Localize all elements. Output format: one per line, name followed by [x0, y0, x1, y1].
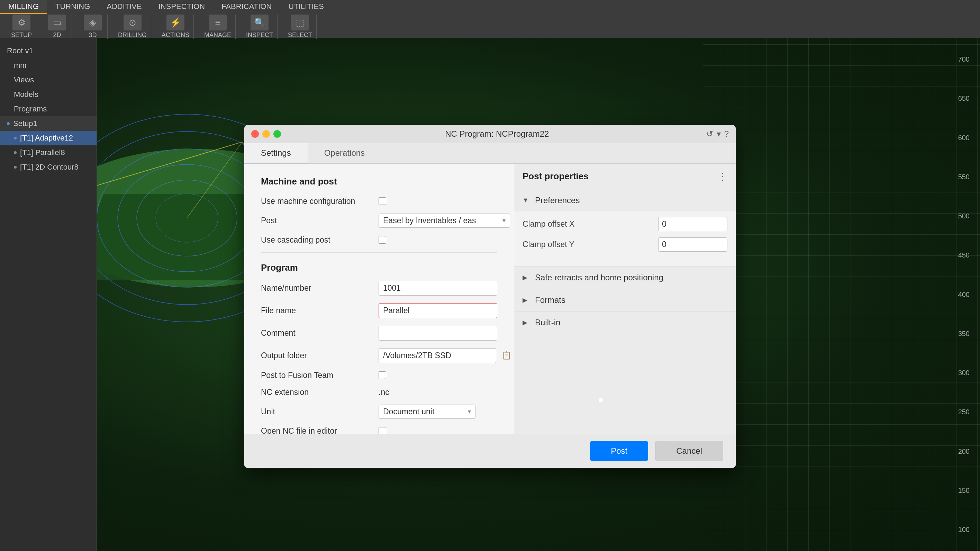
use-cascading-post-label: Use cascading post: [261, 235, 372, 245]
dialog-body: Machine and post Use machine configurati…: [244, 164, 736, 434]
output-folder-input[interactable]: [379, 348, 496, 363]
file-name-input[interactable]: [379, 303, 497, 318]
open-nc-label: Open NC file in editor: [261, 427, 372, 434]
name-number-row: Name/number: [261, 281, 497, 296]
use-machine-config-control: [379, 197, 497, 205]
safe-retracts-arrow-icon: ▶: [523, 274, 531, 281]
post-properties-more-button[interactable]: ⋮: [718, 170, 727, 182]
dialog-title: NC Program: NCProgram22: [288, 129, 706, 139]
clamp-offset-x-label: Clamp offset X: [523, 220, 653, 229]
post-button[interactable]: Post: [590, 441, 648, 461]
maximize-button[interactable]: [274, 130, 281, 138]
name-number-control: [379, 281, 497, 296]
post-to-fusion-team-checkbox[interactable]: [379, 371, 386, 379]
formats-accordion: ▶ Formats: [514, 289, 736, 312]
safe-retracts-accordion-header[interactable]: ▶ Safe retracts and home positioning: [514, 266, 736, 289]
unit-select[interactable]: Document unit ▾: [379, 404, 476, 419]
nc-extension-value: .nc: [379, 388, 389, 397]
open-nc-checkbox[interactable]: [379, 427, 386, 434]
unit-row: Unit Document unit ▾: [261, 404, 497, 419]
builtin-arrow-icon: ▶: [523, 319, 531, 326]
preferences-accordion-header[interactable]: ▼ Preferences: [514, 190, 736, 212]
output-folder-browse-icon[interactable]: 📋: [500, 349, 513, 362]
help-icon[interactable]: ?: [724, 129, 729, 139]
nc-extension-control: .nc: [379, 388, 497, 397]
builtin-accordion-header[interactable]: ▶ Built-in: [514, 312, 736, 334]
dialog-titlebar: NC Program: NCProgram22 ↺ ▾ ?: [244, 125, 736, 143]
clamp-offset-y-label: Clamp offset Y: [523, 240, 653, 249]
comment-row: Comment: [261, 326, 497, 341]
output-folder-control: 📋 📁: [379, 348, 514, 363]
divider-1: [261, 252, 497, 253]
refresh-icon[interactable]: ↺: [706, 129, 713, 139]
unit-select-value: Document unit: [383, 407, 434, 416]
use-machine-config-row: Use machine configuration: [261, 197, 497, 206]
builtin-accordion: ▶ Built-in: [514, 312, 736, 334]
preferences-accordion: ▼ Preferences Clamp offset X Clamp offse…: [514, 190, 736, 266]
machine-post-section-title: Machine and post: [261, 176, 497, 187]
cancel-button[interactable]: Cancel: [655, 441, 723, 461]
output-folder-row: Output folder 📋 📁: [261, 348, 497, 363]
dialog-left-panel: Machine and post Use machine configurati…: [244, 164, 514, 434]
comment-label: Comment: [261, 328, 372, 338]
comment-control: [379, 326, 497, 341]
post-to-fusion-team-label: Post to Fusion Team: [261, 371, 372, 380]
nc-extension-label: NC extension: [261, 388, 372, 397]
post-row: Post Easel by Inventables / eas ▾ ✏ 📁: [261, 213, 497, 228]
post-label: Post: [261, 216, 372, 225]
tab-settings[interactable]: Settings: [244, 143, 308, 163]
output-folder-label: Output folder: [261, 351, 372, 360]
open-nc-control: [379, 427, 497, 434]
clamp-offset-x-row: Clamp offset X: [523, 217, 727, 231]
window-controls: [251, 130, 281, 138]
preferences-label: Preferences: [535, 196, 580, 205]
tab-operations[interactable]: Operations: [308, 143, 381, 163]
use-cascading-post-control: [379, 236, 497, 244]
close-button[interactable]: [251, 130, 259, 138]
file-name-row: File name: [261, 303, 497, 318]
post-select-arrow: ▾: [503, 217, 506, 224]
formats-arrow-icon: ▶: [523, 296, 531, 304]
unit-select-arrow: ▾: [468, 408, 471, 415]
dialog-right-panel: Post properties ⋮ ▼ Preferences Clamp of…: [514, 164, 736, 434]
open-nc-row: Open NC file in editor: [261, 427, 497, 434]
unit-label: Unit: [261, 407, 372, 416]
safe-retracts-label: Safe retracts and home positioning: [535, 273, 663, 282]
post-properties-title: Post properties: [523, 171, 718, 182]
file-name-control: [379, 303, 497, 318]
file-name-label: File name: [261, 306, 372, 315]
formats-label: Formats: [535, 295, 565, 305]
use-cascading-post-checkbox[interactable]: [379, 236, 386, 244]
dialog-overlay: NC Program: NCProgram22 ↺ ▾ ? Settings O…: [0, 0, 980, 551]
post-select-value: Easel by Inventables / eas: [383, 216, 476, 225]
post-to-fusion-team-control: [379, 371, 497, 379]
preferences-arrow-icon: ▼: [523, 197, 531, 204]
minimize-button[interactable]: [262, 130, 270, 138]
clamp-offset-y-row: Clamp offset Y: [523, 237, 727, 252]
name-number-label: Name/number: [261, 283, 372, 293]
post-control: Easel by Inventables / eas ▾ ✏ 📁: [379, 213, 514, 228]
program-section-title: Program: [261, 262, 497, 273]
post-properties-header: Post properties ⋮: [514, 164, 736, 190]
chevron-down-icon[interactable]: ▾: [717, 129, 721, 139]
use-machine-config-checkbox[interactable]: [379, 197, 386, 205]
nc-extension-row: NC extension .nc: [261, 388, 497, 397]
dialog-header-icons: ↺ ▾ ?: [706, 129, 729, 139]
builtin-label: Built-in: [535, 318, 560, 327]
dialog-tabs: Settings Operations: [244, 143, 736, 164]
preferences-accordion-content: Clamp offset X Clamp offset Y: [514, 212, 736, 266]
use-machine-config-label: Use machine configuration: [261, 197, 372, 206]
post-to-fusion-team-row: Post to Fusion Team: [261, 371, 497, 380]
comment-input[interactable]: [379, 326, 497, 341]
name-number-input[interactable]: [379, 281, 497, 296]
nc-program-dialog: NC Program: NCProgram22 ↺ ▾ ? Settings O…: [244, 125, 736, 468]
use-cascading-post-row: Use cascading post: [261, 235, 497, 245]
safe-retracts-accordion: ▶ Safe retracts and home positioning: [514, 266, 736, 289]
formats-accordion-header[interactable]: ▶ Formats: [514, 289, 736, 311]
dialog-footer: Post Cancel: [244, 434, 736, 468]
clamp-offset-x-input[interactable]: [658, 217, 727, 231]
unit-control: Document unit ▾: [379, 404, 497, 419]
clamp-offset-y-input[interactable]: [658, 237, 727, 252]
post-select[interactable]: Easel by Inventables / eas ▾: [379, 213, 510, 228]
